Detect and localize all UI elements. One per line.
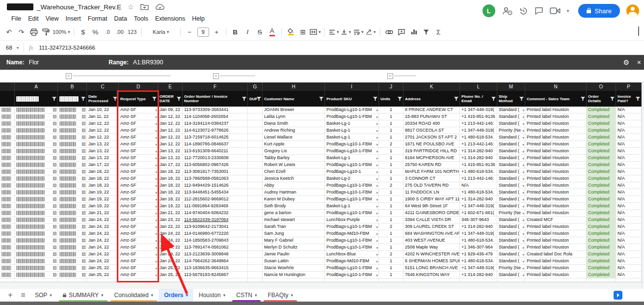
row-number-cell[interactable]: [0, 196, 15, 203]
cell-c[interactable]: Jan 13, 22: [87, 148, 119, 155]
column-letter-C[interactable]: C: [87, 83, 119, 91]
vertical-align-button[interactable]: ▾: [341, 26, 352, 38]
column-header-G[interactable]: DUF: [248, 91, 263, 107]
cell-i[interactable]: ProdBags-Lg10-1-FBM▾: [325, 107, 379, 113]
cell-i[interactable]: ProdBags-Lg10-1-FBM▾: [325, 162, 379, 168]
cell-b[interactable]: [58, 168, 87, 175]
cell-h[interactable]: Stacie Woehrle: [263, 265, 325, 272]
cell-j[interactable]: 1: [379, 272, 403, 278]
dropdown-arrow-icon[interactable]: ▾: [376, 175, 378, 182]
cell-f[interactable]: 113-9733309-3583441: [183, 107, 248, 113]
cell-d[interactable]: Amz-SF▾: [119, 134, 158, 141]
name-box[interactable]: 68: [0, 45, 17, 51]
cell-o[interactable]: Completed: [587, 107, 616, 113]
cell-d[interactable]: Amz-SF▾: [119, 203, 158, 210]
cell-b[interactable]: [58, 223, 87, 230]
column-group-collapse-2[interactable]: −: [213, 73, 219, 79]
cell-a[interactable]: [15, 162, 58, 168]
cell-o[interactable]: Completed: [587, 251, 616, 258]
filter-view-close-icon[interactable]: ×: [637, 58, 641, 66]
cell-k[interactable]: 3394 CALLE VISTA DR: [403, 217, 460, 223]
cell-i[interactable]: Basket-Lg-1▾: [325, 120, 379, 127]
increase-decimals-button[interactable]: .00: [114, 26, 126, 38]
cell-n[interactable]: Printed label Houston: [525, 127, 587, 134]
cell-h[interactable]: Audrey Hartman: [263, 189, 325, 196]
cell-h[interactable]: Merlyn D Schultz: [263, 244, 325, 251]
add-sheet-button[interactable]: +: [4, 289, 17, 301]
cell-f[interactable]: 111-0691864-9283469: [183, 203, 248, 210]
cell-f[interactable]: 114-1850583-2709843: [183, 237, 248, 244]
row-number-cell[interactable]: [0, 148, 15, 155]
cell-h[interactable]: Abby: [263, 182, 325, 189]
cell-n[interactable]: Printed label Houston: [525, 237, 587, 244]
cell-m[interactable]: Standard (▾: [497, 251, 525, 258]
cell-l[interactable]: +1 480-618-534.: [460, 189, 497, 196]
document-title[interactable]: _Warehouse_Tracker_Rev.E: [37, 3, 121, 11]
cell-d[interactable]: Amz-SF▾: [119, 155, 158, 162]
row-number-cell[interactable]: [0, 175, 15, 182]
cell-h[interactable]: Kurt Apple: [263, 141, 325, 148]
cell-g[interactable]: [248, 175, 263, 182]
row-number-cell[interactable]: [0, 244, 15, 251]
cell-n[interactable]: Printed label Houston: [525, 134, 587, 141]
column-header-N[interactable]: Comment - Sales Team: [525, 91, 587, 107]
cell-l[interactable]: +1 347-448-319(: [460, 127, 497, 134]
dropdown-arrow-icon[interactable]: ▾: [376, 168, 378, 175]
cell-d[interactable]: Amz-SF▾: [119, 258, 158, 265]
column-header-C[interactable]: Date Processed: [87, 91, 119, 107]
dropdown-arrow-icon[interactable]: ▾: [522, 237, 524, 244]
cell-k[interactable]: 275 OLD TAVERN RD: [403, 182, 460, 189]
dropdown-arrow-icon[interactable]: ▾: [155, 210, 157, 216]
cell-g[interactable]: [248, 107, 263, 113]
tab-fbaqty[interactable]: FBAQty▾: [262, 289, 298, 302]
cell-k[interactable]: 2701 JACKSON ST APT 2: [403, 134, 460, 141]
cell-k[interactable]: 8 PRINCE ANDREW CT: [403, 107, 460, 113]
dropdown-arrow-icon[interactable]: ▾: [376, 223, 378, 230]
tab-sop[interactable]: SOP▾: [29, 289, 57, 302]
row-number-cell[interactable]: [0, 182, 15, 189]
cell-l[interactable]: 346-307-9643: [460, 217, 497, 223]
cell-g[interactable]: [248, 251, 263, 258]
dropdown-arrow-icon[interactable]: ▾: [155, 223, 157, 230]
cell-h[interactable]: Cheri Ezell: [263, 168, 325, 175]
cell-o[interactable]: Completed: [587, 230, 616, 237]
tab-menu-caret-icon[interactable]: ▾: [291, 293, 293, 298]
cell-m[interactable]: Priority (Ne▾: [497, 210, 525, 217]
cell-h[interactable]: Nancie M Huntington: [263, 272, 325, 278]
cell-o[interactable]: Completed: [587, 196, 616, 203]
cell-j[interactable]: 1: [379, 210, 403, 217]
row-number-cell[interactable]: [0, 251, 15, 258]
cell-o[interactable]: Completed: [587, 210, 616, 217]
cell-m[interactable]: Standard (▾: [497, 230, 525, 237]
cell-g[interactable]: [248, 237, 263, 244]
filter-icon[interactable]: [610, 97, 615, 101]
cell-j[interactable]: 1: [379, 217, 403, 223]
cell-b[interactable]: [58, 155, 87, 162]
cell-n[interactable]: Printed label Houston: [525, 203, 587, 210]
cell-o[interactable]: Completed: [587, 217, 616, 223]
cell-i[interactable]: ProdBags-Lg10-1-FBM▾: [325, 182, 379, 189]
column-letter-H[interactable]: H: [263, 83, 325, 91]
cell-f[interactable]: 113-9448451-5455434: [183, 189, 248, 196]
cell-d[interactable]: Amz-SF▾: [119, 230, 158, 237]
cell-e[interactable]: Jan 12, 22: [158, 120, 183, 127]
cell-e[interactable]: Jan 09, 22: [158, 107, 183, 113]
cell-f[interactable]: 113-7891474-0581062: [183, 244, 248, 251]
column-letter-M[interactable]: M: [497, 83, 525, 91]
dropdown-arrow-icon[interactable]: ▾: [376, 230, 378, 237]
row-number-cell[interactable]: [0, 265, 15, 272]
cell-h[interactable]: JOANN Brewer: [263, 107, 325, 113]
decrease-decimals-button[interactable]: .0: [102, 26, 113, 38]
cell-o[interactable]: Completed: [587, 189, 616, 196]
filter-icon[interactable]: [177, 97, 181, 101]
cell-h[interactable]: Robert W Lewis: [263, 162, 325, 168]
cell-f[interactable]: 113-6056802-0967426: [183, 162, 248, 168]
cell-h[interactable]: Seth Brody: [263, 203, 325, 210]
text-color-button[interactable]: A: [267, 26, 278, 38]
cell-l[interactable]: +1 346-307-964: [460, 244, 497, 251]
cell-j[interactable]: 1: [379, 237, 403, 244]
cell-l[interactable]: +1 314-282-940: [460, 196, 497, 203]
column-letter-F[interactable]: F: [183, 83, 248, 91]
cell-k[interactable]: 1900 S CIRBY WAY APT 11: [403, 196, 460, 203]
comment-history-icon[interactable]: [535, 6, 543, 15]
